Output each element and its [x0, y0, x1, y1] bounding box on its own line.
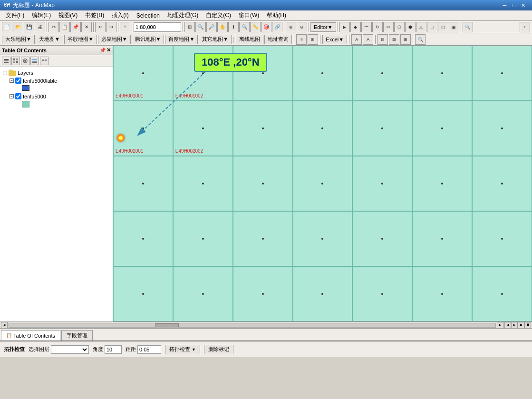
layer-select[interactable] [51, 345, 89, 354]
edit-tool-btn[interactable]: ▶ [339, 22, 350, 32]
zoom-in-fixed-btn[interactable]: + [520, 22, 530, 32]
layer1-checkbox[interactable] [15, 78, 21, 84]
menu-help[interactable]: 帮助(H) [263, 10, 290, 20]
hyperlink-btn[interactable]: 🔗 [272, 22, 282, 32]
copy-btn[interactable]: 📋 [59, 22, 70, 32]
toc-options[interactable] [40, 57, 48, 65]
reshape-btn[interactable]: 〜 [361, 22, 372, 32]
merge-btn[interactable]: ▣ [449, 22, 459, 32]
layer2-checkbox[interactable] [15, 93, 21, 99]
menu-file[interactable]: 文件(F) [2, 10, 28, 20]
subtract-btn[interactable]: △ [416, 22, 426, 32]
scroll-left-btn[interactable]: ◄ [1, 322, 8, 329]
edit-vertices-btn[interactable]: ◆ [350, 22, 361, 32]
font-size2-btn[interactable]: A [363, 34, 373, 45]
toc-close-btn[interactable]: ✕ [106, 47, 111, 53]
zoom-in-btn[interactable]: 🔍 [195, 22, 206, 32]
scrollbar-thumb[interactable] [155, 323, 179, 327]
editor-dropdown[interactable]: Editor▼ [310, 22, 336, 32]
nav-prev-btn[interactable]: ◄ [504, 322, 511, 329]
font-size-btn[interactable]: A [351, 34, 362, 45]
zoom-fixed-btn[interactable]: ⊕ [286, 22, 296, 32]
layer2-header[interactable]: − fenfu5000 [9, 93, 111, 100]
find-btn[interactable]: 🔍 [239, 22, 250, 32]
menu-edit[interactable]: 编辑(E) [28, 10, 55, 20]
pan-btn[interactable]: ✋ [217, 22, 228, 32]
menu-windows[interactable]: 窗口(W) [235, 10, 263, 20]
toc-list-by-visibility[interactable] [21, 57, 29, 65]
print-btn[interactable]: 🖨 [35, 22, 45, 32]
menu-customize[interactable]: 自定义(C) [202, 10, 235, 20]
toc-pin-btn[interactable]: 📌 [100, 48, 106, 53]
new-btn[interactable]: 📄 [2, 22, 12, 32]
google-map-btn[interactable]: 谷歌地图▼ [64, 35, 97, 44]
layer-control-btn[interactable]: ≡ [296, 34, 307, 45]
layer2-expand-btn[interactable]: − [10, 94, 14, 98]
topology-check-btn[interactable]: 拓扑检查 ▼ [165, 345, 200, 354]
align-right-btn[interactable]: ⊞ [400, 34, 411, 45]
nav-next-btn[interactable]: ► [511, 322, 518, 329]
align-left-btn[interactable]: ⊟ [377, 34, 388, 45]
zoom-map-btn[interactable]: 🔍 [463, 22, 473, 32]
delete-marks-btn[interactable]: 删除标记 [204, 345, 233, 354]
toc-list-by-drawing-order[interactable] [2, 57, 10, 65]
menu-insert[interactable]: 插入(I) [108, 10, 132, 20]
zoom-fixed2-btn[interactable]: ⊖ [297, 22, 307, 32]
tianditu-btn[interactable]: 天地图▼ [36, 35, 63, 44]
union-btn[interactable]: ⬢ [405, 22, 416, 32]
other-map-btn[interactable]: 其它地图▼ [199, 35, 232, 44]
layer1-header[interactable]: − fenfu5000lable [9, 77, 111, 84]
table-btn[interactable]: ⊞ [308, 34, 318, 45]
nav-pause-btn[interactable]: ⏸ [524, 322, 531, 329]
construct-btn[interactable]: ⬡ [394, 22, 405, 32]
rotate-btn[interactable]: ↻ [372, 22, 383, 32]
paste-btn[interactable]: 📌 [70, 22, 81, 32]
intersect-btn[interactable]: □ [427, 22, 437, 32]
identify-btn[interactable]: ℹ [228, 22, 239, 32]
toc-list-by-source[interactable] [11, 57, 20, 65]
menu-geoprocessing[interactable]: 地理处理(G) [164, 10, 202, 20]
scroll-right-btn[interactable]: ► [497, 322, 503, 329]
menu-selection[interactable]: Selection [133, 11, 164, 20]
maximize-btn[interactable]: □ [509, 2, 518, 8]
layers-expand-btn[interactable]: − [3, 71, 7, 75]
horizontal-scrollbar[interactable]: ◄ ► ◄ ► ■ ⏸ [0, 321, 532, 328]
measure-btn[interactable]: 📏 [250, 22, 261, 32]
goto-xy-btn[interactable]: 🎯 [261, 22, 271, 32]
nav-stop-btn[interactable]: ■ [518, 322, 524, 329]
close-btn[interactable]: ✕ [518, 2, 528, 9]
toc-tab[interactable]: 📋 Table Of Contents [1, 330, 60, 341]
menu-bookmarks[interactable]: 书签(B) [81, 10, 108, 20]
layer1-expand-btn[interactable]: − [10, 78, 14, 83]
cut-btn[interactable]: ✂ [48, 22, 59, 32]
map-canvas[interactable]: E49H001001 E49H001002 E49H002001 [113, 46, 532, 321]
dale-map-btn[interactable]: 大乐地图▼ [2, 35, 35, 44]
clip-btn[interactable]: ◻ [438, 22, 448, 32]
menu-view[interactable]: 视图(V) [55, 10, 81, 20]
save-btn[interactable]: 💾 [24, 22, 34, 32]
split-btn[interactable]: ✂ [383, 22, 394, 32]
bing-map-btn[interactable]: 必应地图▼ [98, 35, 131, 44]
excel-btn[interactable]: Excel▼ [322, 35, 347, 44]
zoom-full-btn[interactable]: ⊞ [184, 22, 195, 32]
distance-input[interactable] [137, 345, 161, 354]
angle-input[interactable] [105, 345, 122, 354]
undo-btn[interactable]: ↩ [95, 22, 106, 32]
pointer-btn[interactable]: + [120, 22, 130, 32]
minimize-btn[interactable]: ─ [500, 2, 510, 8]
fields-tab[interactable]: 字段管理 [61, 330, 93, 341]
scrollbar-track[interactable] [9, 323, 496, 328]
magnify-btn[interactable]: 🔍 [415, 34, 426, 45]
tencent-map-btn[interactable]: 腾讯地图▼ [132, 35, 164, 44]
open-btn[interactable]: 📂 [13, 22, 23, 32]
scale-input[interactable] [134, 22, 181, 32]
redo-btn[interactable]: ↪ [106, 22, 116, 32]
offline-map-btn[interactable]: 离线地图 [236, 35, 263, 44]
layers-group-header[interactable]: − Layers [2, 68, 111, 77]
align-center-btn[interactable]: ⊠ [389, 34, 399, 45]
zoom-out-btn[interactable]: 🔎 [206, 22, 217, 32]
toc-list-by-selection[interactable] [30, 57, 39, 65]
baidu-map-btn[interactable]: 百度地图▼ [165, 35, 198, 44]
delete-btn[interactable]: ✕ [81, 22, 92, 32]
address-query-btn[interactable]: 地址查询 [264, 35, 292, 44]
